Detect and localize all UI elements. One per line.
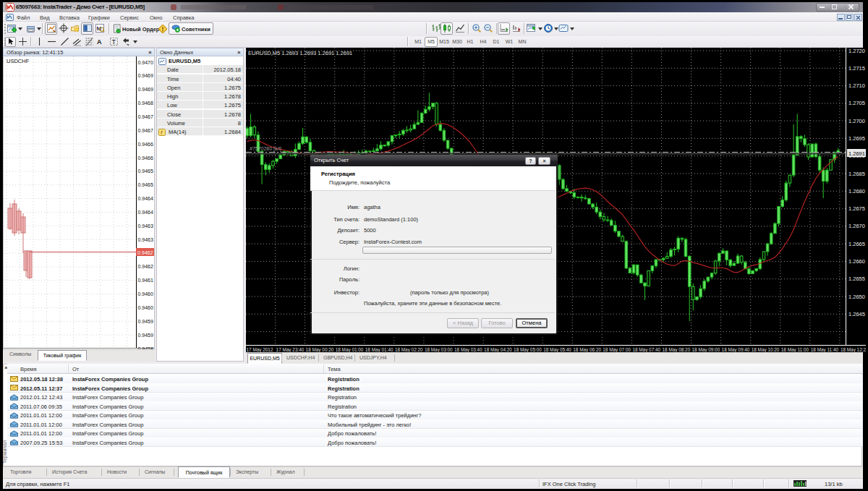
svg-text:0.9460: 0.9460 (138, 305, 154, 310)
svg-text:18 May 07:00: 18 May 07:00 (603, 347, 631, 352)
svg-text:18 May 11:40: 18 May 11:40 (811, 347, 839, 352)
svg-text:1.2705: 1.2705 (848, 100, 865, 106)
svg-text:1.2660: 1.2660 (848, 258, 865, 265)
svg-text:EURUSD,M5 1.2693 1.2693 1.2691: EURUSD,M5 1.2693 1.2693 1.2691 1.2691 (248, 50, 352, 56)
svg-text:18 May 09:40: 18 May 09:40 (722, 347, 750, 352)
svg-text:0.9459: 0.9459 (138, 333, 154, 338)
svg-text:18 May 01:40: 18 May 01:40 (365, 347, 393, 352)
svg-text:0.9469: 0.9469 (138, 73, 154, 78)
svg-text:18 May 02:20: 18 May 02:20 (395, 347, 423, 352)
svg-text:0.9459: 0.9459 (138, 319, 154, 324)
svg-text:#7570280 [s/l]: #7570280 [s/l] (250, 146, 281, 152)
svg-text:18 May 10:20: 18 May 10:20 (752, 347, 780, 352)
svg-text:18 May 06:20: 18 May 06:20 (573, 347, 601, 352)
svg-text:0.9469: 0.9469 (138, 87, 154, 92)
svg-text:0.9465: 0.9465 (138, 168, 154, 174)
svg-text:18 May 05:00: 18 May 05:00 (514, 347, 542, 352)
svg-text:1.2695: 1.2695 (848, 135, 865, 142)
svg-text:1.2670: 1.2670 (848, 223, 865, 229)
svg-text:0.9467: 0.9467 (138, 114, 154, 119)
svg-text:0.9462: 0.9462 (137, 250, 153, 255)
svg-text:0.9464: 0.9464 (138, 210, 154, 215)
svg-text:1.2710: 1.2710 (848, 82, 865, 89)
svg-text:18 May 03:40: 18 May 03:40 (454, 347, 482, 352)
svg-text:0.9461: 0.9461 (138, 278, 154, 283)
svg-text:1.2655: 1.2655 (848, 276, 865, 282)
svg-text:0.9462: 0.9462 (138, 264, 154, 269)
svg-text:18 May 04:20: 18 May 04:20 (484, 347, 512, 352)
svg-text:18 May 03:00: 18 May 03:00 (425, 347, 453, 352)
svg-text:1.2700: 1.2700 (848, 118, 865, 124)
svg-text:0.9463: 0.9463 (138, 237, 154, 242)
svg-text:18 May 09:00: 18 May 09:00 (692, 347, 720, 352)
svg-text:1.2650: 1.2650 (848, 294, 865, 300)
svg-text:0.9466: 0.9466 (138, 155, 154, 161)
svg-text:1.2720: 1.2720 (848, 48, 865, 54)
svg-text:1.2645: 1.2645 (848, 311, 865, 317)
svg-text:1.2715: 1.2715 (848, 65, 865, 72)
svg-text:0.9465: 0.9465 (138, 182, 154, 187)
svg-text:18 May 11:00: 18 May 11:00 (781, 347, 809, 352)
svg-text:17 May 23:40: 17 May 23:40 (276, 347, 305, 352)
svg-text:0.9464: 0.9464 (138, 196, 154, 201)
svg-text:18 May 05:40: 18 May 05:40 (543, 347, 571, 352)
svg-text:0.9463: 0.9463 (138, 223, 154, 229)
svg-text:18 May 07:40: 18 May 07:40 (632, 347, 660, 352)
svg-text:1.2691: 1.2691 (848, 150, 865, 157)
svg-text:USDCHF: USDCHF (7, 58, 30, 64)
svg-text:T: T (111, 38, 116, 46)
svg-text:17 May 2012: 17 May 2012 (247, 347, 273, 352)
svg-text:0.9460: 0.9460 (138, 291, 154, 296)
svg-text:18 May 01:00: 18 May 01:00 (336, 347, 364, 352)
svg-text:1.2665: 1.2665 (848, 241, 865, 247)
svg-text:0.9466: 0.9466 (138, 142, 154, 147)
svg-text:18 May 12:20: 18 May 12:20 (841, 347, 866, 352)
svg-text:0.9470: 0.9470 (138, 60, 154, 65)
svg-text:0.9468: 0.9468 (138, 101, 154, 106)
svg-text:1.2675: 1.2675 (848, 205, 865, 212)
svg-text:0.9467: 0.9467 (138, 128, 154, 133)
svg-text:18 May 08:20: 18 May 08:20 (663, 347, 691, 352)
svg-text:1.2685: 1.2685 (848, 171, 865, 177)
svg-text:18 May 00:20: 18 May 00:20 (306, 347, 334, 352)
svg-text:1.2680: 1.2680 (848, 188, 865, 195)
